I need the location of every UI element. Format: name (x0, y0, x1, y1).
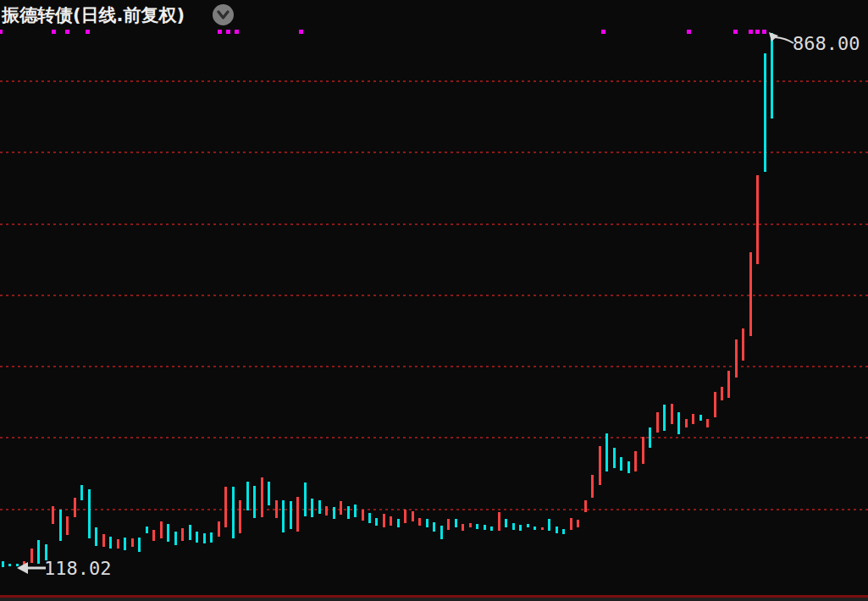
candle-bar (455, 519, 457, 527)
candle-bar (634, 451, 637, 471)
signal-dot (601, 30, 605, 34)
candle-bar (109, 537, 112, 549)
candle-bar (390, 516, 392, 526)
candle-bar (749, 252, 752, 336)
candle-bar (253, 486, 256, 519)
grid-line (0, 509, 868, 510)
candle-bar (210, 532, 213, 543)
grid-line (0, 437, 868, 438)
candle-bar (541, 527, 544, 530)
candle-bar (418, 518, 421, 526)
candle-bar (433, 522, 435, 532)
candle-bar (677, 412, 680, 434)
candle-bar (577, 520, 579, 527)
candle-bar (318, 500, 321, 514)
candle-bar (505, 519, 507, 527)
candle-bar (347, 506, 350, 519)
candle-bar (663, 405, 666, 431)
candle-bar (562, 529, 565, 534)
candle-bar (397, 519, 400, 527)
signal-dot (226, 30, 230, 34)
candle-bar (534, 527, 536, 530)
candle-bar (74, 498, 76, 517)
candle-bar (735, 339, 738, 378)
candle-bar (613, 448, 616, 468)
signal-dot (755, 30, 760, 34)
candle-bar (2, 561, 4, 567)
candle-bar (591, 475, 594, 498)
chart-titlebar: 振德转债(日线.前复权) (0, 0, 868, 29)
candle-bar (490, 527, 493, 531)
candle-bar (642, 437, 644, 464)
candle-bar (239, 500, 241, 534)
candle-bar (160, 521, 163, 538)
candle-bar (362, 510, 364, 521)
signal-dot (65, 30, 69, 34)
candle-bar (196, 532, 198, 543)
grid-line (0, 80, 868, 82)
candle-bar (290, 501, 292, 529)
signal-dot (749, 30, 753, 34)
signal-dot (299, 30, 303, 34)
candle-bar (52, 506, 54, 524)
candle-bar (146, 527, 148, 533)
candle-bar (282, 500, 285, 533)
candle-bar (462, 524, 464, 531)
candle-bar (167, 524, 169, 542)
candle-bar (80, 485, 83, 501)
candle-bar (383, 514, 385, 527)
candle-bar (548, 519, 550, 530)
candle-bar (325, 506, 328, 516)
candle-bar (727, 371, 730, 398)
candle-bar (124, 538, 126, 550)
candle-bar (447, 519, 450, 530)
candle-bar (714, 392, 716, 416)
signal-dot (52, 30, 56, 34)
candle-bar (261, 477, 263, 516)
candle-bar (232, 487, 235, 539)
candle-bar (368, 513, 371, 524)
candle-bar (102, 534, 105, 547)
candle-bar (519, 525, 522, 531)
signal-dot (0, 30, 3, 34)
timeframe-dropdown-button[interactable] (213, 4, 234, 25)
candle-bar (756, 175, 759, 263)
candle-bar (628, 461, 630, 473)
grid-line (0, 223, 868, 225)
high-price-label: 868.00 (793, 35, 860, 53)
low-arrow-icon (17, 561, 46, 578)
candle-bar (412, 511, 414, 521)
low-price-label: 118.02 (44, 560, 111, 578)
candle-bar (426, 519, 428, 527)
candle-bar (95, 527, 97, 546)
candlestick-chart[interactable] (0, 0, 868, 601)
candle-bar (311, 499, 313, 517)
signal-dot (733, 30, 738, 34)
candle-bar (742, 328, 744, 361)
candle-bar (174, 532, 177, 544)
candle-bar (117, 539, 119, 549)
candle-bar (296, 497, 299, 531)
candle-bar (189, 525, 191, 540)
candle-bar (721, 387, 723, 400)
candle-bar (275, 500, 278, 517)
candle-bar (224, 487, 227, 527)
signal-dot (235, 30, 239, 34)
candle-bar (440, 526, 443, 539)
candle-bar (706, 419, 709, 427)
candle-bar (699, 415, 702, 421)
chart-title: 振德转债(日线.前复权) (2, 3, 185, 27)
candle-bar (685, 419, 688, 427)
candle-bar (764, 53, 766, 172)
grid-line (0, 152, 868, 153)
candle-bar (620, 457, 622, 471)
candle-bar (570, 518, 572, 530)
candle-bar (476, 524, 478, 529)
candle-bar (584, 500, 587, 512)
candle-bar (246, 482, 249, 510)
candle-bar (340, 501, 342, 515)
candle-bar (8, 564, 11, 566)
candle-bar (599, 446, 601, 484)
candle-bar (138, 538, 141, 552)
candle-bar (512, 523, 515, 530)
